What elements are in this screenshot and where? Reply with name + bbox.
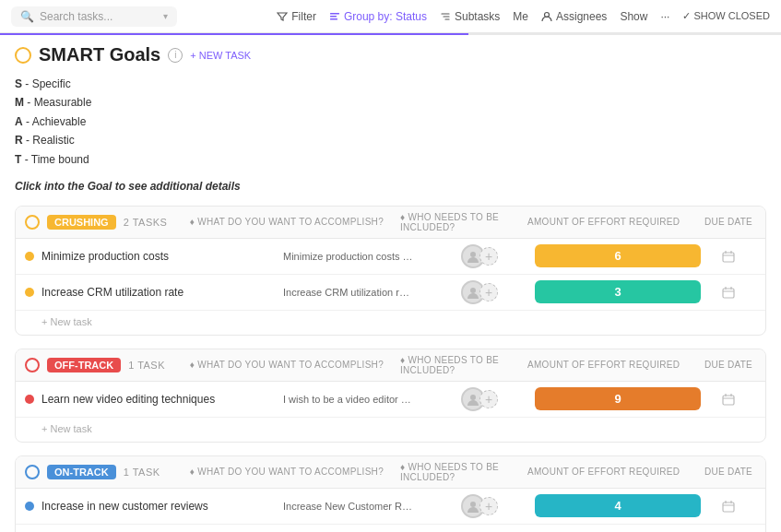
on-track-circle xyxy=(25,465,40,479)
table-row: Minimize production costs Minimize produ… xyxy=(16,239,765,275)
off-track-circle xyxy=(25,358,40,372)
svg-rect-0 xyxy=(330,13,339,15)
group-by-button[interactable]: Group by: Status xyxy=(329,10,427,23)
due-date-minimize[interactable] xyxy=(701,250,756,263)
on-track-task-count: 1 TASK xyxy=(124,467,160,478)
effort-value: 9 xyxy=(535,387,701,410)
task-name-crm: Increase CRM utilization rate xyxy=(25,286,283,299)
crushing-badge: CRUSHING xyxy=(47,215,116,230)
smart-specific: S - Specific xyxy=(15,75,766,93)
crushing-task-count: 2 TASKS xyxy=(124,217,168,228)
group-off-track-header: OFF-TRACK 1 TASK ♦ WHAT DO YOU WANT TO A… xyxy=(16,349,765,382)
subtasks-icon xyxy=(440,11,451,22)
task-who-crm: + xyxy=(424,280,535,304)
task-who-minimize: + xyxy=(424,244,535,268)
top-bar: 🔍 Search tasks... ▾ Filter Group by: Sta… xyxy=(0,0,781,33)
task-who-reviews: + xyxy=(424,494,535,518)
effort-value: 4 xyxy=(535,494,701,517)
col-h-due-2: DUE DATE xyxy=(701,360,756,370)
task-name-video: Learn new video editing techniques xyxy=(25,393,283,406)
group-crushing-header: CRUSHING 2 TASKS ♦ WHAT DO YOU WANT TO A… xyxy=(16,207,765,239)
add-assignee-icon[interactable]: + xyxy=(479,247,498,266)
new-task-button[interactable]: + NEW TASK xyxy=(190,50,251,61)
col-h-effort-3: AMOUNT OF EFFORT REQUIRED xyxy=(527,467,693,477)
effort-minimize: 6 xyxy=(535,244,701,267)
show-closed-button[interactable]: ✓ SHOW CLOSED xyxy=(682,10,770,22)
assignees-icon xyxy=(541,11,552,22)
top-actions: Filter Group by: Status Subtasks Me Assi… xyxy=(277,10,770,23)
svg-rect-7 xyxy=(723,289,734,298)
svg-rect-9 xyxy=(723,396,734,405)
page-title-row: SMART Goals i + NEW TASK xyxy=(15,44,766,65)
table-row: Increase in new customer reviews Increas… xyxy=(16,489,765,525)
table-row: Learn new video editing techniques I wis… xyxy=(16,382,765,418)
svg-point-10 xyxy=(470,502,476,507)
search-box[interactable]: 🔍 Search tasks... ▾ xyxy=(11,6,177,27)
task-dot xyxy=(25,252,34,261)
off-track-badge: OFF-TRACK xyxy=(47,358,121,372)
more-button[interactable]: ··· xyxy=(660,10,669,23)
assignees-button[interactable]: Assignees xyxy=(541,10,607,23)
calendar-icon xyxy=(722,500,735,513)
col-h-due-1: DUE DATE xyxy=(701,217,756,227)
smart-timebound: T - Time bound xyxy=(15,150,766,169)
col-h-effort-1: AMOUNT OF EFFORT REQUIRED xyxy=(527,217,693,227)
crushing-circle xyxy=(25,215,40,230)
search-placeholder: Search tasks... xyxy=(40,10,112,23)
col-h-accomplish-3: ♦ WHAT DO YOU WANT TO ACCOMPLISH? xyxy=(190,467,384,477)
smart-measurable: M - Measurable xyxy=(15,93,766,112)
col-h-who-3: ♦ WHO NEEDS TO BE INCLUDED? xyxy=(400,462,511,482)
effort-value: 3 xyxy=(535,280,701,303)
task-accomplish-crm: Increase CRM utilization rate from 80 to… xyxy=(283,287,424,298)
task-accomplish-reviews: Increase New Customer Reviews by 30% Yea… xyxy=(283,501,424,512)
svg-rect-11 xyxy=(723,502,734,512)
due-date-video[interactable] xyxy=(701,393,756,406)
me-button[interactable]: Me xyxy=(513,10,528,23)
col-h-who-1: ♦ WHO NEEDS TO BE INCLUDED? xyxy=(400,212,511,232)
calendar-icon xyxy=(722,250,735,263)
group-crushing: CRUSHING 2 TASKS ♦ WHAT DO YOU WANT TO A… xyxy=(15,206,766,336)
group-icon xyxy=(329,11,340,22)
filter-button[interactable]: Filter xyxy=(277,10,316,23)
table-row: Increase CRM utilization rate Increase C… xyxy=(16,275,765,311)
svg-rect-2 xyxy=(330,18,337,20)
svg-rect-5 xyxy=(723,253,734,262)
smart-list: S - Specific M - Measurable A - Achievab… xyxy=(15,75,766,169)
group-off-track: OFF-TRACK 1 TASK ♦ WHAT DO YOU WANT TO A… xyxy=(15,349,766,443)
task-dot xyxy=(25,288,34,297)
col-h-effort-2: AMOUNT OF EFFORT REQUIRED xyxy=(527,360,693,370)
task-name-reviews: Increase in new customer reviews xyxy=(25,500,283,513)
effort-reviews: 4 xyxy=(535,494,701,517)
info-icon[interactable]: i xyxy=(168,48,183,63)
task-who-video: + xyxy=(424,387,535,411)
group-on-track: ON-TRACK 1 TASK ♦ WHAT DO YOU WANT TO AC… xyxy=(15,455,766,532)
task-accomplish-video: I wish to be a video editor or a project… xyxy=(283,394,424,405)
main-content: SMART Goals i + NEW TASK S - Specific M … xyxy=(0,35,781,532)
due-date-reviews[interactable] xyxy=(701,500,756,513)
group-on-track-header: ON-TRACK 1 TASK ♦ WHAT DO YOU WANT TO AC… xyxy=(16,456,765,489)
due-date-crm[interactable] xyxy=(701,286,756,299)
add-task-crushing[interactable]: + New task xyxy=(16,311,765,335)
calendar-icon xyxy=(722,393,735,406)
add-assignee-icon[interactable]: + xyxy=(479,497,498,515)
subtasks-button[interactable]: Subtasks xyxy=(440,10,500,23)
show-button[interactable]: Show xyxy=(620,10,647,23)
chevron-down-icon: ▾ xyxy=(163,11,168,21)
svg-rect-1 xyxy=(330,16,337,18)
add-assignee-icon[interactable]: + xyxy=(479,390,498,408)
smart-realistic: R - Realistic xyxy=(15,131,766,149)
add-task-off-track[interactable]: + New task xyxy=(16,418,765,442)
svg-point-6 xyxy=(470,288,476,293)
page-title: SMART Goals xyxy=(39,44,160,65)
add-assignee-icon[interactable]: + xyxy=(479,283,498,301)
smart-achievable: A - Achievable xyxy=(15,112,766,131)
col-h-due-3: DUE DATE xyxy=(701,467,756,477)
add-task-on-track[interactable]: + New task xyxy=(16,525,765,532)
col-h-accomplish-1: ♦ WHAT DO YOU WANT TO ACCOMPLISH? xyxy=(190,217,384,227)
task-name-minimize: Minimize production costs xyxy=(25,250,283,263)
search-icon: 🔍 xyxy=(20,10,34,23)
effort-video: 9 xyxy=(535,387,701,410)
svg-point-8 xyxy=(470,395,476,400)
svg-point-4 xyxy=(470,252,476,257)
task-dot xyxy=(25,502,34,511)
